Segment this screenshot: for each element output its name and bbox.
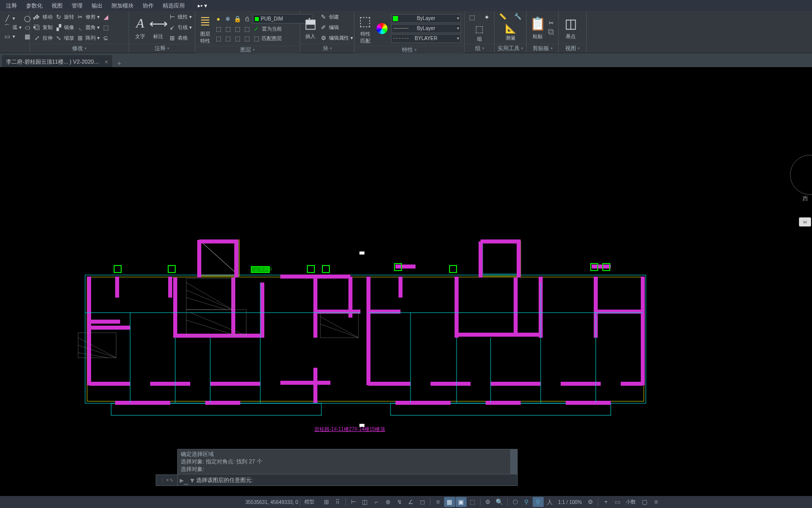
lwt-button[interactable]: ≡ — [433, 497, 444, 507]
command-input[interactable] — [196, 477, 515, 483]
cust-icon[interactable]: ≡ — [650, 497, 661, 507]
ann-auto-button[interactable]: ⚲ — [533, 497, 544, 507]
am-button[interactable]: 🔍 — [494, 497, 505, 507]
wcs-button[interactable]: W — [799, 217, 811, 226]
panel-utilities-title[interactable]: 实用工具 — [495, 44, 526, 53]
color-wheel-button[interactable] — [375, 23, 389, 34]
offset-button[interactable]: ⊆ — [102, 34, 110, 42]
insert-button[interactable]: ⬒ 插入 — [303, 15, 317, 40]
erase-button[interactable]: ◢ — [102, 13, 110, 21]
polar-button[interactable]: ⊕ — [382, 497, 393, 507]
block-edit-button[interactable]: ✐编辑 — [319, 24, 353, 32]
menu-manage[interactable]: 管理 — [68, 1, 87, 11]
draw-line-tool[interactable]: ╱▾ — [3, 15, 22, 23]
copy-clip-button[interactable]: ⿻ — [547, 28, 555, 36]
ann-vis-button[interactable]: ⚲ — [521, 497, 532, 507]
max-icon[interactable]: ▢ — [639, 497, 650, 507]
ann-mon-button[interactable]: ⬡ — [510, 497, 521, 507]
osnap-button[interactable]: ◻ — [417, 497, 428, 507]
draw-arc-tool[interactable]: ⌒弧 ▾ — [3, 24, 22, 32]
sc-button[interactable]: ⬚ — [467, 497, 478, 507]
util-1[interactable]: 📏 — [496, 12, 510, 21]
new-tab-button[interactable]: + — [113, 59, 125, 67]
infer-button[interactable]: ⊢ — [348, 497, 359, 507]
ws-button[interactable]: ⚙ — [483, 497, 494, 507]
iso-button[interactable]: ↯ — [394, 497, 405, 507]
menu-parametric[interactable]: 参数化 — [22, 1, 47, 11]
otrack-button[interactable]: ∠ — [405, 497, 417, 507]
measure-button[interactable]: 📐 测量 — [504, 23, 518, 42]
panel-view-title[interactable]: 视图 — [559, 44, 586, 53]
menu-featured[interactable]: 精选应用 — [159, 1, 189, 11]
freeze-icon[interactable]: ❄ — [224, 15, 232, 23]
scale-button[interactable]: ⤡缩放 — [55, 34, 74, 42]
bulb-icon[interactable]: ● — [214, 15, 222, 23]
panel-block-title[interactable]: 块 — [300, 44, 354, 53]
block-create-button[interactable]: ✎创建 — [319, 13, 353, 21]
menu-view[interactable]: 视图 — [48, 1, 67, 11]
drawing-canvas[interactable]: 5.300 碧桂园-1#-11楼27#-14楼15楼顶 西 W — [0, 67, 812, 486]
base-button[interactable]: ◫ 基点 — [562, 15, 580, 40]
ortho-button[interactable]: ⌐ — [371, 497, 382, 507]
stretch-button[interactable]: ⤢拉伸 — [33, 34, 53, 42]
lock-icon[interactable]: 🔒 — [233, 15, 241, 23]
panel-annotation-title[interactable]: 注释 — [129, 44, 195, 53]
plus-icon[interactable]: + — [600, 497, 611, 507]
group-btn-2[interactable]: ✦ — [480, 12, 494, 22]
dynamic-button[interactable]: ◫ — [359, 497, 370, 507]
layer-tools-row2[interactable]: ⬚⬚⬚⬚ ✓置为当前 — [214, 25, 312, 33]
view-cube[interactable]: 西 — [789, 155, 811, 205]
units-display[interactable]: 小数 — [623, 498, 638, 505]
snap-button[interactable]: ⠿ — [332, 497, 343, 507]
panel-group-title[interactable]: 组 — [465, 44, 494, 53]
match-props-button[interactable]: ⬚ 特性 匹配 — [357, 12, 373, 45]
grid-button[interactable]: ⊞ — [321, 497, 332, 507]
panel-properties-title[interactable]: 特性 — [354, 46, 464, 54]
rotate-button[interactable]: ↻旋转 — [55, 13, 74, 21]
text-button[interactable]: A 文字 — [132, 15, 148, 40]
scale-display[interactable]: 1:1 / 100% — [556, 499, 585, 505]
layer-match-button[interactable]: ⬚⬚⬚⬚ ⬚匹配图层 — [214, 35, 312, 43]
block-attr-button[interactable]: ⚙编辑属性 ▾ — [319, 34, 353, 42]
qp-button[interactable]: ▣ — [456, 497, 467, 507]
linetype-combo[interactable]: BYLAYER▾ — [391, 34, 461, 43]
move-button[interactable]: ✥移动 — [33, 13, 53, 21]
util-2[interactable]: 🔧 — [511, 12, 525, 21]
close-icon[interactable]: × — [105, 59, 108, 66]
dim-button[interactable]: ⟷ 标注 — [150, 15, 166, 40]
gear-icon[interactable]: ⚙ — [585, 497, 596, 507]
lineweight-combo[interactable]: ByLayer▾ — [391, 24, 461, 33]
menu-collab[interactable]: 协作 — [139, 1, 158, 11]
explode-button[interactable]: ⬚ — [102, 24, 110, 32]
menu-annotate[interactable]: 注释 — [2, 1, 21, 11]
mirror-button[interactable]: ▞镜像 — [55, 24, 74, 32]
copy-button[interactable]: ⿻复制 — [33, 24, 53, 32]
cmd-scrollbar[interactable] — [510, 449, 517, 474]
transp-button[interactable]: ▦ — [444, 497, 455, 507]
group-btn-1[interactable]: ⬚ — [465, 12, 479, 22]
group-button[interactable]: ⬚ 组 — [473, 23, 487, 43]
menu-output[interactable]: 输出 — [88, 1, 107, 11]
table-button[interactable]: ⊞表格 — [168, 34, 192, 42]
layer-props-button[interactable]: ≣ 图层 特性 — [198, 12, 212, 45]
panel-clipboard-title[interactable]: 剪贴板 — [527, 44, 558, 53]
leader-button[interactable]: ↙引线 ▾ — [168, 24, 192, 32]
color-combo[interactable]: ByLayer▾ — [391, 14, 461, 23]
mon-icon[interactable]: ▭ — [612, 497, 623, 507]
model-space-button[interactable]: 模型 — [302, 498, 317, 505]
linear-dim-button[interactable]: ⊢线性 ▾ — [168, 13, 192, 21]
draw-misc-tool[interactable]: ▭▾ — [3, 33, 22, 41]
cut-button[interactable]: ✂ — [547, 19, 555, 27]
panel-modify-title[interactable]: 修改 — [30, 44, 129, 53]
array-button[interactable]: ⊞阵列 ▾ — [76, 34, 100, 42]
paste-button[interactable]: 📋 粘贴 — [530, 15, 545, 40]
menu-play-icon[interactable]: ▸▪ ▾ — [194, 2, 211, 10]
fillet-button[interactable]: ◟圆角 ▾ — [76, 24, 100, 32]
person-icon[interactable]: 人 — [544, 497, 555, 507]
plot-icon[interactable]: ⎙ — [243, 15, 251, 23]
file-tab-active[interactable]: 李二府-碧桂园云顶11楼... ) V2-20201013* × — [2, 55, 112, 67]
panel-layer-title[interactable]: 图层 — [195, 46, 300, 54]
trim-button[interactable]: ✂修剪 ▾ — [76, 13, 100, 21]
menu-addins[interactable]: 附加模块 — [108, 1, 138, 11]
cmd-handle[interactable]: ⋮ × ✎ — [156, 474, 178, 486]
